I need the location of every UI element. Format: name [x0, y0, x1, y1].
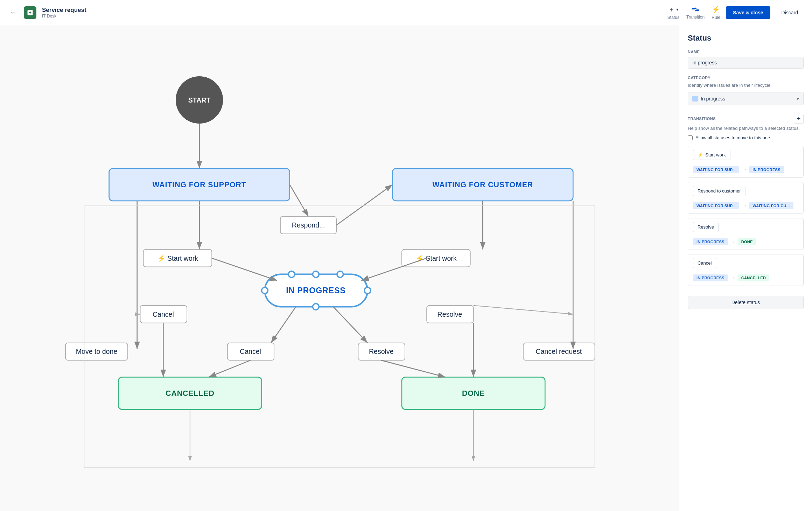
svg-line-21 — [333, 307, 368, 343]
svg-line-17 — [361, 258, 427, 281]
transition-card-header-0: ⚡ Start work — [688, 146, 803, 163]
toolbar-status-label: Status — [667, 15, 679, 20]
respond-label: Respond... — [292, 221, 325, 229]
category-section-label: CATEGORY — [688, 76, 804, 80]
chevron-icon: ▾ — [676, 7, 678, 12]
start-label: START — [188, 96, 211, 104]
waiting-support-label: WAITING FOR SUPPORT — [152, 181, 246, 189]
toolbar-status[interactable]: ＋ ▾ Status — [667, 5, 679, 20]
svg-rect-1 — [692, 8, 695, 9]
svg-point-15 — [337, 271, 343, 278]
transition-flow-2: IN PROGRESS → DONE — [688, 236, 803, 250]
discard-button[interactable]: Discard — [776, 6, 804, 19]
svg-rect-2 — [696, 9, 699, 11]
cancel-top-label: Cancel — [153, 310, 174, 318]
allow-all-label: Allow all statuses to move to this one. — [695, 135, 771, 140]
status-icon-wrap: ＋ ▾ — [668, 5, 678, 14]
flow-arrow-icon-0: → — [741, 167, 747, 173]
delete-status-button[interactable]: Delete status — [688, 296, 804, 309]
toolbar-group: ＋ ▾ Status Transition ⚡ Rule — [667, 5, 720, 20]
transitions-label: TRANSITIONS — [688, 117, 716, 121]
transition-to-2: DONE — [738, 238, 756, 245]
transition-to-3: CANCELLED — [738, 274, 770, 281]
status-sidebar: Status NAME In progress CATEGORY Identif… — [679, 25, 812, 511]
add-transition-button[interactable]: + — [794, 114, 804, 124]
transition-card-header-2: Resolve — [688, 218, 803, 236]
project-subtitle: IT Desk — [42, 14, 86, 19]
transition-to-0: IN PROGRESS — [749, 166, 784, 173]
svg-line-7 — [336, 185, 392, 225]
transitions-header: TRANSITIONS + — [688, 114, 804, 124]
inprogress-label: IN PROGRESS — [286, 286, 345, 295]
svg-line-6 — [290, 185, 308, 217]
resolve-label: Resolve — [369, 348, 394, 355]
done-label: DONE — [462, 389, 485, 398]
save-close-button[interactable]: Save & close — [726, 6, 770, 19]
category-select[interactable]: In progress ▾ — [688, 92, 804, 105]
waiting-customer-label: WAITING FOR CUSTOMER — [432, 181, 533, 189]
transition-name-btn-3[interactable]: Cancel — [693, 258, 716, 268]
svg-rect-28 — [84, 206, 595, 467]
transition-card-1: Respond to customer WAITING FOR SUP... →… — [688, 182, 804, 214]
svg-point-11 — [313, 271, 319, 278]
transition-flow-1: WAITING FOR SUP... → WAITING FOR CU... — [688, 200, 803, 214]
flow-arrow-icon-1: → — [741, 203, 747, 209]
start-work-left-label: ⚡ Start work — [157, 254, 198, 262]
svg-point-10 — [262, 287, 268, 294]
svg-line-24 — [381, 360, 445, 377]
transition-from-1: WAITING FOR SUP... — [693, 202, 739, 209]
transition-name-btn-0[interactable]: ⚡ Start work — [693, 150, 730, 160]
project-title: Service request — [42, 7, 86, 14]
flow-arrow-icon-3: → — [730, 275, 736, 281]
project-icon — [24, 6, 36, 19]
transition-to-1: WAITING FOR CU... — [749, 202, 793, 209]
svg-point-14 — [288, 271, 295, 278]
plus-icon: ＋ — [668, 5, 675, 14]
chevron-down-icon: ▾ — [797, 96, 799, 102]
transition-icon-wrap — [692, 6, 699, 13]
toolbar-rule-label: Rule — [712, 15, 720, 20]
svg-point-13 — [313, 303, 319, 310]
header: ← Service request IT Desk ＋ ▾ Status Tra… — [0, 0, 812, 25]
main-layout: START WAITING FOR SUPPORT WAITING FOR CU… — [0, 25, 812, 511]
transition-flow-3: IN PROGRESS → CANCELLED — [688, 272, 803, 286]
cancel-bottom-label: Cancel — [240, 348, 261, 355]
flow-arrow-icon-2: → — [730, 239, 736, 245]
transition-name-btn-1[interactable]: Respond to customer — [693, 186, 746, 196]
transition-card-header-1: Respond to customer — [688, 182, 803, 200]
allow-all-checkbox[interactable] — [688, 135, 693, 140]
workflow-canvas[interactable]: START WAITING FOR SUPPORT WAITING FOR CU… — [0, 25, 679, 511]
svg-point-12 — [364, 287, 371, 294]
transitions-desc: Help show all the related pathways to a … — [688, 126, 804, 131]
transition-card-3: Cancel IN PROGRESS → CANCELLED — [688, 254, 804, 286]
transition-from-2: IN PROGRESS — [693, 238, 728, 245]
category-color-swatch — [692, 96, 698, 102]
project-info: Service request IT Desk — [42, 7, 86, 19]
category-desc: Identify where issues are in their lifec… — [688, 83, 804, 88]
transition-from-3: IN PROGRESS — [693, 274, 728, 281]
svg-line-22 — [209, 360, 250, 377]
transition-card-2: Resolve IN PROGRESS → DONE — [688, 218, 804, 250]
sidebar-title: Status — [688, 34, 804, 43]
svg-line-27 — [474, 306, 573, 314]
category-value: In progress — [701, 96, 794, 102]
resolve-right-label: Resolve — [438, 310, 462, 318]
toolbar-transition[interactable]: Transition — [686, 6, 705, 20]
transition-card-0: ⚡ Start work WAITING FOR SUP... → IN PRO… — [688, 146, 804, 178]
toolbar-transition-label: Transition — [686, 15, 705, 20]
allow-all-check[interactable]: Allow all statuses to move to this one. — [688, 135, 804, 140]
name-field[interactable]: In progress — [688, 57, 804, 69]
transition-from-0: WAITING FOR SUP... — [693, 166, 739, 173]
svg-line-16 — [212, 258, 277, 281]
name-section-label: NAME — [688, 50, 804, 54]
back-button[interactable]: ← — [8, 7, 18, 18]
toolbar-rule[interactable]: ⚡ Rule — [712, 5, 720, 20]
transition-flow-0: WAITING FOR SUP... → IN PROGRESS — [688, 163, 803, 177]
move-to-done-label: Move to done — [76, 348, 118, 355]
transition-cards-list: ⚡ Start work WAITING FOR SUP... → IN PRO… — [688, 146, 804, 286]
transition-card-header-3: Cancel — [688, 254, 803, 272]
rule-icon-wrap: ⚡ — [712, 5, 720, 14]
svg-line-20 — [271, 307, 296, 343]
transition-name-btn-2[interactable]: Resolve — [693, 222, 719, 232]
start-work-right-label: ⚡ Start work — [415, 254, 457, 262]
